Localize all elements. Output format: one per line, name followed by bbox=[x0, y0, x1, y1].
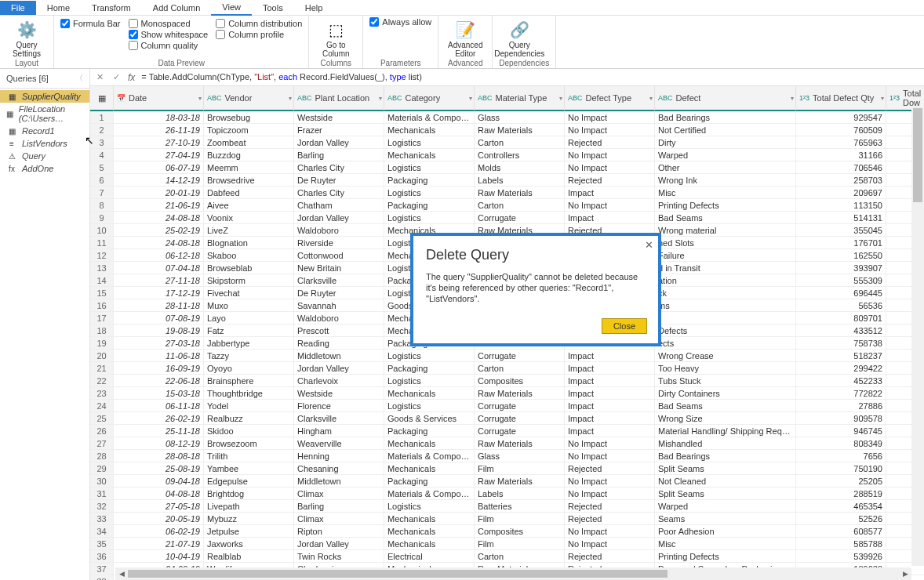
cell[interactable]: Mybuzz bbox=[204, 513, 294, 525]
cell[interactable]: 28-08-18 bbox=[114, 450, 204, 462]
cell[interactable]: 518237 bbox=[796, 350, 886, 362]
filter-dropdown-icon[interactable]: ▾ bbox=[289, 95, 292, 102]
cell[interactable]: Jordan Valley bbox=[294, 212, 384, 224]
row-number[interactable]: 38 bbox=[90, 575, 114, 580]
dialog-close-icon[interactable]: ✕ bbox=[645, 239, 653, 251]
cell[interactable]: 25-11-18 bbox=[114, 425, 204, 437]
cell[interactable]: Impact bbox=[565, 425, 655, 437]
cell[interactable]: 27-04-19 bbox=[114, 149, 204, 161]
cell[interactable]: 772822 bbox=[796, 387, 886, 400]
cell[interactable]: 28-11-18 bbox=[114, 299, 204, 312]
cell[interactable]: Browsedrive bbox=[204, 174, 294, 187]
cell[interactable]: Blognation bbox=[204, 237, 294, 249]
row-number[interactable]: 19 bbox=[90, 337, 114, 350]
menu-file[interactable]: File bbox=[0, 1, 36, 15]
scroll-right-icon[interactable]: ▶ bbox=[899, 570, 911, 578]
cell[interactable]: 433512 bbox=[796, 324, 886, 337]
row-number[interactable]: 2 bbox=[90, 124, 114, 136]
cell[interactable]: Brainsphere bbox=[204, 375, 294, 387]
cell[interactable]: Material Handling/ Shipping Requirements… bbox=[655, 425, 796, 437]
cell[interactable]: 162550 bbox=[796, 249, 886, 262]
formula-bar-checkbox[interactable]: Formula Bar bbox=[60, 19, 121, 28]
cell[interactable]: 539926 bbox=[796, 550, 886, 563]
query-settings-button[interactable]: ⚙️ Query Settings bbox=[6, 17, 47, 58]
cell[interactable]: 24-08-18 bbox=[114, 237, 204, 249]
cell[interactable]: Chatham bbox=[294, 199, 384, 212]
cell[interactable]: Film bbox=[475, 462, 565, 475]
cell[interactable]: De Ruyter bbox=[294, 287, 384, 299]
cell[interactable]: Fatz bbox=[204, 324, 294, 337]
cell[interactable]: Muxo bbox=[204, 299, 294, 312]
cell[interactable]: Labels bbox=[475, 488, 565, 500]
cell[interactable]: 52526 bbox=[796, 513, 886, 525]
cell[interactable]: Skidoo bbox=[204, 425, 294, 437]
cell[interactable]: Waldoboro bbox=[294, 224, 384, 237]
cell[interactable]: Poor Adhesion bbox=[655, 525, 796, 538]
menu-help[interactable]: Help bbox=[294, 1, 334, 15]
cell[interactable]: Savannah bbox=[294, 299, 384, 312]
cell[interactable]: 465354 bbox=[796, 500, 886, 513]
cell[interactable]: Logistics bbox=[384, 400, 475, 412]
cell[interactable]: Electrical bbox=[384, 550, 475, 563]
cell[interactable]: Packaging bbox=[384, 475, 475, 488]
cell[interactable]: Florence bbox=[294, 400, 384, 412]
cell[interactable]: Reading bbox=[294, 337, 384, 350]
cell[interactable]: 26-11-19 bbox=[114, 124, 204, 136]
cell[interactable]: Barling bbox=[294, 149, 384, 161]
cell[interactable]: Charles City bbox=[294, 161, 384, 174]
cell[interactable]: Impact bbox=[565, 362, 655, 375]
cell[interactable]: Materials & Components bbox=[384, 488, 475, 500]
cell[interactable]: Buzzdog bbox=[204, 149, 294, 161]
cell[interactable]: 7656 bbox=[796, 450, 886, 462]
menu-view[interactable]: View bbox=[211, 0, 252, 16]
cell[interactable]: Rejected bbox=[565, 513, 655, 525]
row-number[interactable]: 32 bbox=[90, 500, 114, 513]
cell[interactable]: Logistics bbox=[384, 187, 475, 199]
cell[interactable]: Brightdog bbox=[204, 488, 294, 500]
cell[interactable]: 31166 bbox=[796, 149, 886, 161]
cell[interactable]: Carton bbox=[475, 136, 565, 149]
cell[interactable]: Hingham bbox=[294, 425, 384, 437]
row-number[interactable]: 17 bbox=[90, 312, 114, 324]
cell[interactable]: Prescott bbox=[294, 324, 384, 337]
cell[interactable]: Mechanicals bbox=[384, 538, 475, 550]
cell[interactable]: Not Cleaned bbox=[655, 475, 796, 488]
cell[interactable]: Raw Materials bbox=[475, 437, 565, 450]
cell[interactable]: Carton bbox=[475, 550, 565, 563]
cell[interactable]: 06-07-19 bbox=[114, 161, 204, 174]
cell[interactable]: Oyoyo bbox=[204, 362, 294, 375]
cell[interactable]: Aivee bbox=[204, 199, 294, 212]
cell[interactable]: Frazer bbox=[294, 124, 384, 136]
vertical-scrollbar[interactable] bbox=[911, 107, 924, 566]
cell[interactable]: Other bbox=[655, 161, 796, 174]
cell[interactable]: Carton bbox=[475, 199, 565, 212]
cell[interactable]: 514131 bbox=[796, 212, 886, 224]
cell[interactable]: Packaging bbox=[384, 199, 475, 212]
cell[interactable]: Rejected bbox=[565, 174, 655, 187]
cell[interactable]: Logistics bbox=[384, 375, 475, 387]
cell[interactable]: 18-03-18 bbox=[114, 111, 204, 124]
cell[interactable]: Jordan Valley bbox=[294, 362, 384, 375]
cell[interactable]: 909578 bbox=[796, 412, 886, 425]
row-number[interactable]: 6 bbox=[90, 174, 114, 187]
cell[interactable]: d in Transit bbox=[655, 262, 796, 274]
cell[interactable]: Realbuzz bbox=[204, 412, 294, 425]
cell[interactable]: Skipstorm bbox=[204, 274, 294, 287]
cell[interactable]: Wrong material bbox=[655, 224, 796, 237]
cell[interactable]: Mechanicals bbox=[384, 149, 475, 161]
cell[interactable]: Middletown bbox=[294, 350, 384, 362]
cell[interactable]: Too Heavy bbox=[655, 362, 796, 375]
cell[interactable]: Henning bbox=[294, 450, 384, 462]
cell[interactable]: Dabfeed bbox=[204, 187, 294, 199]
cell[interactable]: Logistics bbox=[384, 350, 475, 362]
row-number[interactable]: 36 bbox=[90, 550, 114, 563]
cell[interactable]: Impact bbox=[565, 350, 655, 362]
row-number[interactable]: 20 bbox=[90, 350, 114, 362]
cell[interactable]: 14-12-19 bbox=[114, 174, 204, 187]
cell[interactable]: Carton bbox=[475, 362, 565, 375]
formula-text[interactable]: = Table.AddColumn(ChType, "List", each R… bbox=[141, 72, 919, 82]
cell[interactable]: Weaverville bbox=[294, 437, 384, 450]
column-profile-checkbox[interactable]: Column profile bbox=[216, 30, 302, 39]
cell[interactable]: 113150 bbox=[796, 199, 886, 212]
cell[interactable]: Materials & Components bbox=[384, 450, 475, 462]
